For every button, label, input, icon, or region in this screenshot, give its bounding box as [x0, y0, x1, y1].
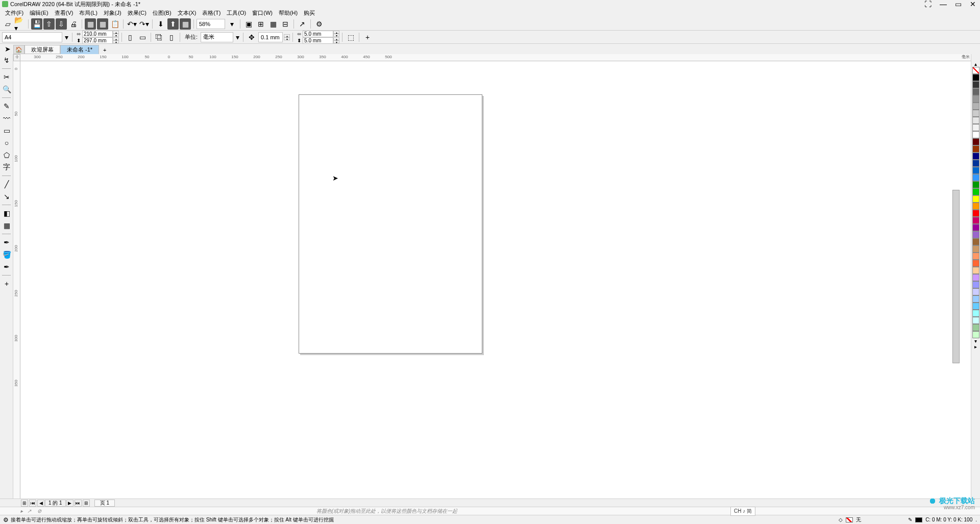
customize-toolbox[interactable]: + [1, 279, 12, 289]
width-down[interactable]: ▾ [113, 34, 119, 37]
page-add-before[interactable]: ⊞ [21, 500, 28, 504]
zoom-dropdown-icon[interactable]: ▾ [226, 18, 237, 30]
zoom-tool[interactable]: 🔍 [1, 84, 12, 94]
menu-item-10[interactable]: 窗口(W) [249, 9, 276, 17]
color-swatch-33[interactable] [972, 310, 979, 317]
text-tool[interactable]: 字 [1, 162, 12, 172]
color-swatch-0[interactable] [972, 74, 979, 81]
page-last[interactable]: ⏭ [75, 500, 82, 504]
paper-size-select[interactable] [2, 32, 62, 42]
add-preset-button[interactable]: + [362, 32, 373, 43]
all-pages-button[interactable]: ⿻ [154, 32, 165, 43]
menu-item-9[interactable]: 工具(O) [224, 9, 249, 17]
horizontal-ruler[interactable]: 毫米 3002502001501005005010015020025030035… [20, 54, 971, 61]
color-swatch-11[interactable] [972, 153, 979, 160]
home-tab[interactable]: 🏠 [13, 45, 24, 54]
redo-button[interactable]: ↷▾ [138, 18, 150, 30]
color-swatch-1[interactable] [972, 81, 979, 88]
palette-flyout-arrow[interactable]: ▸ [971, 344, 980, 350]
color-swatch-15[interactable] [972, 181, 979, 188]
dup-x-input[interactable] [303, 31, 333, 37]
menu-item-12[interactable]: 购买 [301, 9, 318, 17]
outline-tool[interactable]: ✒ [1, 262, 12, 272]
open-button[interactable]: 📂▾ [14, 18, 26, 30]
cloud-up-button[interactable]: ⇧ [43, 18, 55, 30]
paper-dropdown-icon[interactable]: ▾ [63, 32, 69, 43]
dup-x-down[interactable]: ▾ [333, 34, 339, 37]
color-swatch-14[interactable] [972, 174, 979, 181]
cloud-down-button[interactable]: ⇩ [56, 18, 67, 30]
cut-button[interactable]: ▦ [85, 18, 96, 30]
height-down[interactable]: ▾ [113, 40, 119, 43]
dup-y-down[interactable]: ▾ [333, 40, 339, 43]
menu-item-1[interactable]: 编辑(E) [27, 9, 52, 17]
menu-item-3[interactable]: 布局(L) [76, 9, 100, 17]
color-swatch-10[interactable] [972, 145, 979, 153]
portrait-button[interactable]: ▯ [125, 32, 136, 43]
color-swatch-31[interactable] [972, 295, 979, 303]
nudge-input[interactable] [258, 32, 283, 42]
full-screen-button[interactable]: ▣ [243, 18, 254, 30]
page-prev[interactable]: ◀ [37, 500, 44, 504]
maximize-icon[interactable]: ▭ [953, 0, 964, 8]
freehand-tool[interactable]: ✎ [1, 101, 12, 111]
vertical-ruler[interactable]: 050100150200250300350 [13, 61, 20, 504]
connector-tool[interactable]: ↘ [1, 191, 12, 202]
welcome-tab[interactable]: 欢迎屏幕 [24, 45, 60, 54]
color-swatch-5[interactable] [972, 110, 979, 117]
undo-button[interactable]: ↶▾ [126, 18, 137, 30]
add-tab-button[interactable]: + [100, 46, 109, 54]
polygon-tool[interactable]: ⬠ [1, 150, 12, 160]
drop-shadow-tool[interactable]: ◧ [1, 208, 12, 218]
ruler-origin[interactable]: ⊹ [13, 54, 20, 61]
vertical-scrollbar[interactable] [952, 108, 960, 473]
color-swatch-3[interactable] [972, 95, 979, 103]
transparency-tool[interactable]: ▦ [1, 220, 12, 231]
options-button[interactable]: ⚙ [313, 18, 325, 30]
menu-item-5[interactable]: 效果(C) [125, 9, 150, 17]
menu-item-11[interactable]: 帮助(H) [276, 9, 301, 17]
copy-button[interactable]: ▦ [97, 18, 108, 30]
color-swatch-26[interactable] [972, 260, 979, 267]
color-swatch-28[interactable] [972, 274, 979, 281]
menu-item-6[interactable]: 位图(B) [150, 9, 175, 17]
color-swatch-13[interactable] [972, 167, 979, 174]
color-swatch-20[interactable] [972, 217, 979, 224]
menu-item-4[interactable]: 对象(J) [101, 9, 125, 17]
export-button[interactable]: ⬆ [167, 18, 179, 30]
parallel-dim-tool[interactable]: ╱ [1, 179, 12, 189]
save-button[interactable]: 💾 [31, 18, 42, 30]
zoom-select[interactable] [197, 19, 225, 29]
page-tab-1[interactable]: 页 1 [94, 500, 115, 504]
ellipse-tool[interactable]: ○ [1, 138, 12, 148]
document-tab[interactable]: 未命名 -1* [60, 45, 99, 54]
menu-item-2[interactable]: 查看(V) [52, 9, 77, 17]
eyedropper-tool[interactable]: ✒ [1, 237, 12, 247]
page-next[interactable]: ▶ [66, 500, 74, 504]
color-swatch-16[interactable] [972, 188, 979, 195]
nudge-down[interactable]: ▾ [284, 37, 290, 40]
color-swatch-27[interactable] [972, 267, 979, 274]
bleed-button[interactable]: ⬚ [345, 32, 356, 43]
pick-tool-tab[interactable]: ➤ [2, 44, 13, 54]
page-add-after[interactable]: ⊞ [83, 500, 90, 504]
new-button[interactable]: ▱ [2, 18, 13, 30]
minimize-icon[interactable]: — [938, 0, 949, 8]
menu-item-8[interactable]: 表格(T) [199, 9, 224, 17]
unit-select[interactable] [201, 32, 233, 42]
color-swatch-36[interactable] [972, 331, 979, 338]
print-button[interactable]: 🖨 [68, 18, 79, 30]
color-swatch-18[interactable] [972, 203, 979, 210]
dup-y-input[interactable] [303, 37, 333, 44]
snap-button[interactable]: ⊞ [255, 18, 266, 30]
color-swatch-4[interactable] [972, 103, 979, 110]
color-swatch-19[interactable] [972, 210, 979, 217]
color-swatch-23[interactable] [972, 238, 979, 245]
horizontal-scrollbar[interactable] [125, 500, 970, 504]
palette-down-arrow[interactable]: ▾ [971, 338, 980, 344]
color-swatch-21[interactable] [972, 224, 979, 231]
color-swatch-34[interactable] [972, 317, 979, 324]
color-swatch-17[interactable] [972, 195, 979, 203]
palette-up-arrow[interactable]: ▴ [971, 61, 980, 67]
publish-button[interactable]: ▦ [180, 18, 191, 30]
